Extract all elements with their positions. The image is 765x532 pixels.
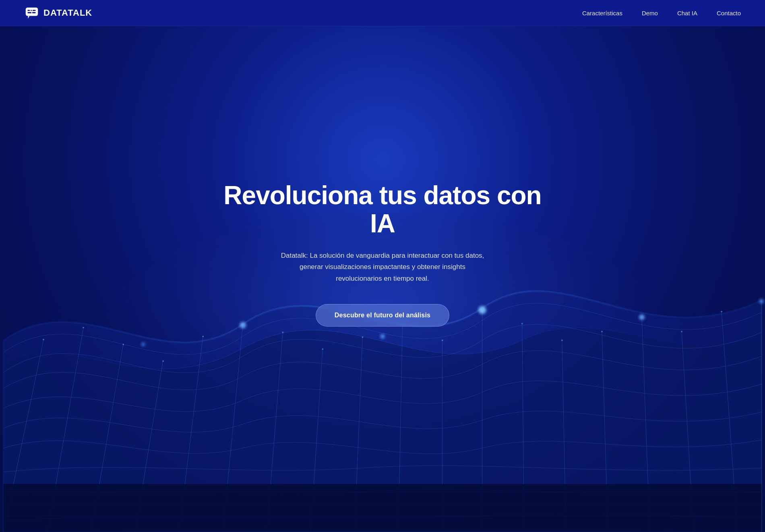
- svg-line-26: [722, 313, 738, 532]
- hero-section: Revoluciona tus datos con IA Datatalk: L…: [0, 0, 765, 532]
- svg-rect-4: [28, 12, 32, 13]
- svg-line-15: [267, 333, 283, 532]
- nav-links: Características Demo Chat IA Contacto: [582, 10, 741, 17]
- svg-line-12: [135, 360, 163, 532]
- svg-line-25: [682, 333, 694, 532]
- svg-point-32: [639, 315, 645, 320]
- svg-point-36: [122, 344, 124, 345]
- svg-line-16: [311, 348, 323, 532]
- svg-line-17: [355, 337, 363, 532]
- svg-line-22: [562, 340, 566, 532]
- hero-subtitle: Datatalk: La solución de vanguardia para…: [276, 250, 489, 285]
- svg-point-38: [202, 336, 204, 337]
- svg-point-31: [141, 342, 145, 346]
- svg-point-39: [282, 332, 283, 333]
- hero-content: Revoluciona tus datos con IA Datatalk: L…: [201, 181, 564, 327]
- svg-rect-49: [4, 484, 761, 532]
- svg-point-45: [561, 339, 563, 341]
- svg-point-43: [442, 339, 443, 341]
- svg-line-18: [399, 325, 403, 532]
- svg-line-23: [602, 333, 608, 532]
- svg-line-11: [91, 344, 123, 532]
- svg-rect-1: [26, 8, 38, 16]
- logo-text: DATATALK: [43, 8, 92, 18]
- svg-point-33: [759, 299, 764, 304]
- nav-link-contacto[interactable]: Contacto: [717, 10, 741, 17]
- cta-button[interactable]: Descubre el futuro del análisis: [316, 304, 449, 327]
- svg-point-34: [43, 339, 44, 340]
- nav-link-demo[interactable]: Demo: [642, 10, 658, 17]
- svg-point-46: [601, 331, 603, 333]
- logo[interactable]: DATATALK: [24, 5, 92, 21]
- svg-point-35: [83, 327, 84, 329]
- svg-line-10: [48, 329, 83, 532]
- svg-point-48: [721, 311, 722, 313]
- svg-line-13: [179, 337, 203, 532]
- svg-rect-5: [31, 10, 32, 11]
- svg-point-40: [322, 348, 323, 350]
- svg-line-21: [522, 325, 524, 532]
- svg-line-24: [642, 317, 650, 532]
- nav-link-caracteristicas[interactable]: Características: [582, 10, 622, 17]
- hero-title: Revoluciona tus datos con IA: [217, 181, 548, 238]
- svg-marker-2: [28, 16, 30, 19]
- nav-link-chat-ia[interactable]: Chat IA: [677, 10, 697, 17]
- svg-point-41: [362, 337, 363, 338]
- datatalk-logo-icon: [24, 5, 39, 21]
- svg-rect-6: [33, 10, 36, 11]
- svg-point-37: [162, 360, 164, 362]
- svg-line-14: [223, 325, 243, 532]
- svg-rect-7: [32, 12, 36, 13]
- svg-line-9: [4, 340, 43, 532]
- svg-point-47: [681, 331, 682, 333]
- svg-point-30: [380, 334, 385, 339]
- navbar: DATATALK Características Demo Chat IA Co…: [0, 0, 765, 26]
- svg-rect-3: [28, 10, 30, 11]
